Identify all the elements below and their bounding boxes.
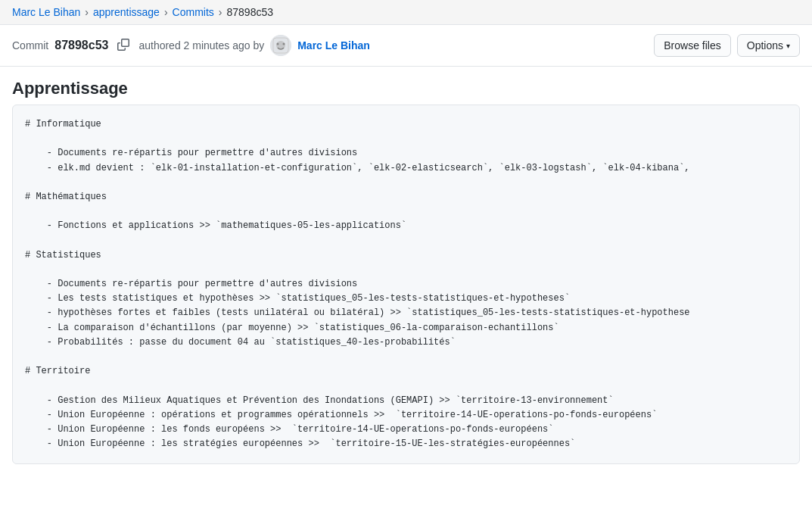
copy-sha-button[interactable] <box>114 37 132 55</box>
svg-point-3 <box>283 43 285 45</box>
authored-text: authored 2 minutes ago by <box>138 39 264 51</box>
header-actions: Browse files Options ▾ <box>654 34 800 57</box>
commit-message: # Informatique - Documents re-répartis p… <box>12 105 800 464</box>
breadcrumb-separator-1: › <box>85 6 89 18</box>
page-title: Apprentissage <box>0 67 812 105</box>
breadcrumb-separator-3: › <box>219 6 222 18</box>
author-avatar <box>270 35 291 56</box>
commit-hash: 87898c53 <box>54 39 108 52</box>
author-name[interactable]: Marc Le Bihan <box>297 39 370 51</box>
options-label: Options <box>747 39 783 51</box>
breadcrumb-item-hash: 87898c53 <box>226 6 273 18</box>
svg-point-2 <box>277 43 279 45</box>
browse-files-button[interactable]: Browse files <box>654 34 730 57</box>
commit-label: Commit <box>12 39 48 51</box>
options-button[interactable]: Options ▾ <box>737 34 800 57</box>
breadcrumb: Marc Le Bihan › apprentissage › Commits … <box>0 0 812 25</box>
svg-point-1 <box>276 41 285 50</box>
commit-header: Commit 87898c53 authored 2 minutes ago b… <box>0 25 812 67</box>
breadcrumb-item-user[interactable]: Marc Le Bihan <box>12 6 80 18</box>
breadcrumb-item-commits[interactable]: Commits <box>173 6 214 18</box>
breadcrumb-separator-2: › <box>164 6 168 18</box>
chevron-down-icon: ▾ <box>786 42 790 50</box>
commit-info: Commit 87898c53 authored 2 minutes ago b… <box>12 35 370 56</box>
breadcrumb-item-repo[interactable]: apprentissage <box>93 6 160 18</box>
